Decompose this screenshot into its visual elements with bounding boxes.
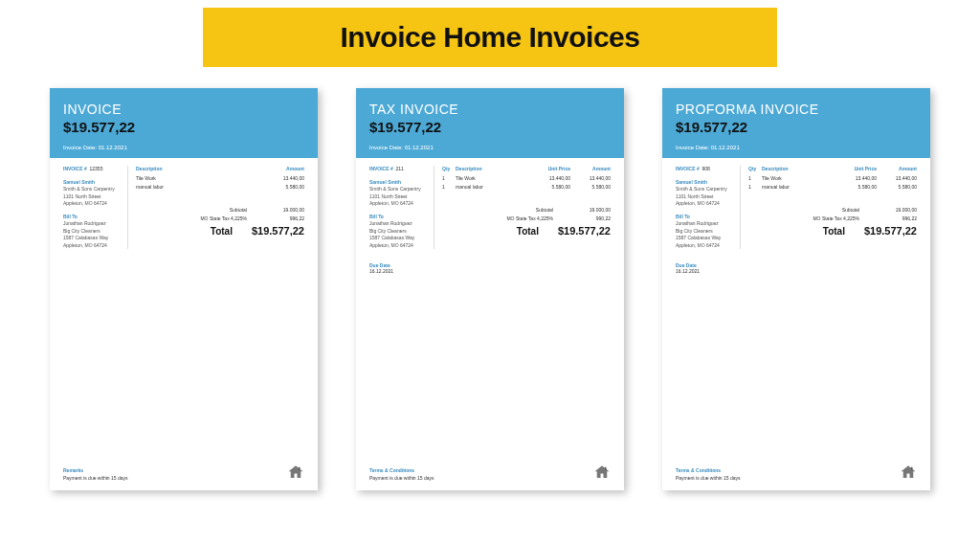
card-footer: Terms & ConditionsPayment is due within … xyxy=(356,462,624,490)
addresses-column: INVOICE # 12355Samuel SmithSmith & Sons … xyxy=(63,166,128,249)
totals-block: Subtotal19.000,00MO State Tax 4,225%996,… xyxy=(748,207,917,237)
total-value: $19.577,22 xyxy=(252,225,304,237)
title-banner: Invoice Home Invoices xyxy=(203,8,777,67)
invoice-card: INVOICE$19.577,22Invoice Date: 01.12.202… xyxy=(50,88,318,490)
card-header: PROFORMA INVOICE$19.577,22Invoice Date: … xyxy=(662,88,930,158)
line-header: QtyDescriptionUnit PriceAmount xyxy=(748,166,917,171)
card-footer: Terms & ConditionsPayment is due within … xyxy=(662,462,930,490)
document-amount: $19.577,22 xyxy=(369,119,611,135)
card-header: TAX INVOICE$19.577,22Invoice Date: 01.12… xyxy=(356,88,624,158)
line-item: manual labor5.580,00 xyxy=(136,184,304,190)
due-date-block: Due Date16.12.2021 xyxy=(369,262,611,274)
card-header: INVOICE$19.577,22Invoice Date: 01.12.202… xyxy=(50,88,318,158)
total-value: $19.577,22 xyxy=(864,225,917,237)
banner-title: Invoice Home Invoices xyxy=(341,21,640,53)
line-header: QtyDescriptionUnit PriceAmount xyxy=(442,166,611,171)
addresses-column: INVOICE # 908Samuel SmithSmith & Sons Ca… xyxy=(676,166,741,249)
document-amount: $19.577,22 xyxy=(63,119,304,135)
document-title: PROFORMA INVOICE xyxy=(676,102,917,117)
terms-label: Remarks xyxy=(63,467,304,473)
line-item: 1Tile Work13.440,0013.440,00 xyxy=(442,175,611,181)
card-body: INVOICE # 211Samuel SmithSmith & Sons Ca… xyxy=(356,158,624,462)
total-label: Total xyxy=(211,226,252,237)
total-value: $19.577,22 xyxy=(558,225,611,237)
items-column: QtyDescriptionUnit PriceAmount1Tile Work… xyxy=(442,166,611,249)
items-column: QtyDescriptionUnit PriceAmount1Tile Work… xyxy=(748,166,917,249)
due-date-block: Due Date16.12.2021 xyxy=(676,262,917,274)
addresses-column: INVOICE # 211Samuel SmithSmith & Sons Ca… xyxy=(369,166,434,249)
terms-label: Terms & Conditions xyxy=(676,467,917,473)
terms-label: Terms & Conditions xyxy=(369,467,611,473)
terms-text: Payment is due within 15 days xyxy=(369,475,611,481)
col-description: Description xyxy=(762,166,836,171)
line-item: 1Tile Work13.440,0013.440,00 xyxy=(748,175,917,181)
items-column: DescriptionAmountTile Work13.440,00manua… xyxy=(136,166,304,249)
invoice-date: Invoice Date: 01.12.2021 xyxy=(676,145,917,150)
line-item: 1manual labor5.580,005.580,00 xyxy=(442,184,611,190)
svg-rect-2 xyxy=(911,467,913,470)
col-unit-price: Unit Price xyxy=(530,166,570,171)
total-label: Total xyxy=(517,226,558,237)
house-icon xyxy=(593,464,611,481)
terms-text: Payment is due within 15 days xyxy=(676,475,917,481)
col-description: Description xyxy=(136,166,264,171)
card-footer: RemarksPayment is due within 15 days xyxy=(50,462,318,490)
document-title: TAX INVOICE xyxy=(369,102,611,117)
col-unit-price: Unit Price xyxy=(836,166,877,171)
terms-text: Payment is due within 15 days xyxy=(63,475,304,481)
col-qty: Qty xyxy=(442,166,456,171)
line-item: Tile Work13.440,00 xyxy=(136,175,304,181)
house-icon xyxy=(900,464,917,481)
col-amount: Amount xyxy=(877,166,917,171)
card-body: INVOICE # 908Samuel SmithSmith & Sons Ca… xyxy=(662,158,930,462)
line-header: DescriptionAmount xyxy=(136,166,304,171)
col-amount: Amount xyxy=(570,166,611,171)
svg-rect-1 xyxy=(605,467,607,470)
svg-rect-0 xyxy=(299,467,301,470)
col-description: Description xyxy=(456,166,530,171)
col-amount: Amount xyxy=(264,166,304,171)
invoice-date: Invoice Date: 01.12.2021 xyxy=(63,145,304,150)
line-item: 1manual labor5.580,005.580,00 xyxy=(748,184,917,190)
card-body: INVOICE # 12355Samuel SmithSmith & Sons … xyxy=(50,158,318,462)
house-icon xyxy=(287,464,304,481)
totals-block: Subtotal19.000,00MO State Tax 4,225%990,… xyxy=(442,207,611,237)
totals-block: Subtotal19.000,00MO State Tax 4,225%996,… xyxy=(136,207,304,237)
invoice-date: Invoice Date: 01.12.2021 xyxy=(369,145,611,150)
document-title: INVOICE xyxy=(63,102,304,117)
cards-row: INVOICE$19.577,22Invoice Date: 01.12.202… xyxy=(0,88,980,490)
document-amount: $19.577,22 xyxy=(676,119,917,135)
invoice-card: PROFORMA INVOICE$19.577,22Invoice Date: … xyxy=(662,88,930,490)
total-label: Total xyxy=(823,226,864,237)
col-qty: Qty xyxy=(748,166,762,171)
invoice-card: TAX INVOICE$19.577,22Invoice Date: 01.12… xyxy=(356,88,624,490)
